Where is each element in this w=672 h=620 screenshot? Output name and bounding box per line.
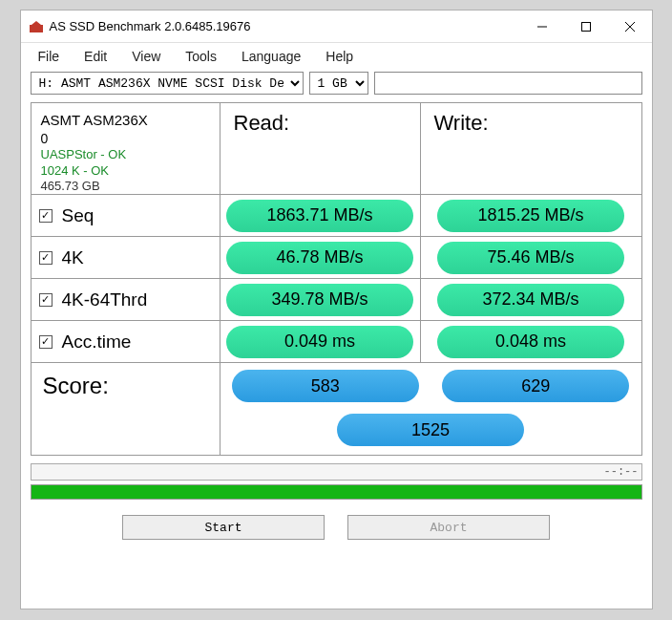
acc-write: 0.048 ms xyxy=(437,326,624,358)
score-total: 1525 xyxy=(337,414,524,446)
progress-area: --:-- xyxy=(21,456,652,505)
score-write: 629 xyxy=(442,370,629,402)
toolbar: H: ASMT ASM236X NVME SCSI Disk De 1 GB xyxy=(21,70,652,102)
alignment-status: 1024 K - OK xyxy=(41,163,110,180)
svg-rect-2 xyxy=(581,22,590,31)
seq-write: 1815.25 MB/s xyxy=(437,200,624,232)
4k-checkbox[interactable]: ✓ xyxy=(39,251,52,265)
results-grid: ASMT ASM236X 0 UASPStor - OK 1024 K - OK… xyxy=(31,102,642,456)
app-window: AS SSD Benchmark 2.0.6485.19676 File Edi… xyxy=(20,10,653,609)
disk-select[interactable]: H: ASMT ASM236X NVME SCSI Disk De xyxy=(31,72,304,95)
read-header: Read: xyxy=(220,103,421,194)
acc-read: 0.049 ms xyxy=(226,326,413,358)
seq-checkbox[interactable]: ✓ xyxy=(39,209,52,223)
button-row: Start Abort xyxy=(21,505,652,551)
seq-label: Seq xyxy=(62,205,94,226)
capacity: 465.73 GB xyxy=(41,179,100,195)
seq-row: ✓Seq 1863.71 MB/s 1815.25 MB/s xyxy=(32,195,641,237)
device-name: ASMT ASM236X xyxy=(41,111,148,130)
acc-checkbox[interactable]: ✓ xyxy=(39,335,52,349)
4k-read: 46.78 MB/s xyxy=(226,242,413,274)
4k64-checkbox[interactable]: ✓ xyxy=(39,293,52,307)
seq-read: 1863.71 MB/s xyxy=(226,200,413,232)
device-info: ASMT ASM236X 0 UASPStor - OK 1024 K - OK… xyxy=(32,103,220,194)
device-rev: 0 xyxy=(41,130,49,147)
menu-file[interactable]: File xyxy=(38,49,60,64)
size-select[interactable]: 1 GB xyxy=(309,72,368,95)
4k-label: 4K xyxy=(62,247,84,268)
4k64-row: ✓4K-64Thrd 349.78 MB/s 372.34 MB/s xyxy=(32,279,641,321)
start-button[interactable]: Start xyxy=(122,515,325,540)
4k64-read: 349.78 MB/s xyxy=(226,284,413,316)
menu-tools[interactable]: Tools xyxy=(185,49,217,64)
acc-label: Acc.time xyxy=(62,331,132,353)
4k-write: 75.46 MB/s xyxy=(437,242,624,274)
window-title: AS SSD Benchmark 2.0.6485.19676 xyxy=(50,19,520,33)
abort-button: Abort xyxy=(347,515,550,540)
menu-edit[interactable]: Edit xyxy=(84,49,107,64)
close-button[interactable] xyxy=(608,11,652,42)
4k-row: ✓4K 46.78 MB/s 75.46 MB/s xyxy=(32,237,641,279)
progress-time: --:-- xyxy=(31,465,642,479)
score-label: Score: xyxy=(32,363,220,455)
progress-bar-2 xyxy=(31,484,642,500)
header-row: ASMT ASM236X 0 UASPStor - OK 1024 K - OK… xyxy=(32,103,641,195)
acc-row: ✓Acc.time 0.049 ms 0.048 ms xyxy=(32,321,641,363)
score-row: Score: 583 629 1525 xyxy=(32,363,641,455)
minimize-button[interactable] xyxy=(520,11,564,42)
score-read: 583 xyxy=(232,370,419,402)
maximize-button[interactable] xyxy=(564,11,608,42)
4k64-label: 4K-64Thrd xyxy=(62,289,148,310)
driver-status: UASPStor - OK xyxy=(41,147,127,163)
toolbar-text-input[interactable] xyxy=(374,72,642,95)
titlebar: AS SSD Benchmark 2.0.6485.19676 xyxy=(21,11,652,43)
write-header: Write: xyxy=(421,103,641,194)
menu-view[interactable]: View xyxy=(132,49,160,64)
menu-language[interactable]: Language xyxy=(242,49,301,64)
app-icon xyxy=(29,19,44,34)
menu-help[interactable]: Help xyxy=(326,49,353,64)
menubar: File Edit View Tools Language Help xyxy=(21,43,652,70)
svg-rect-0 xyxy=(30,25,43,32)
4k64-write: 372.34 MB/s xyxy=(437,284,624,316)
